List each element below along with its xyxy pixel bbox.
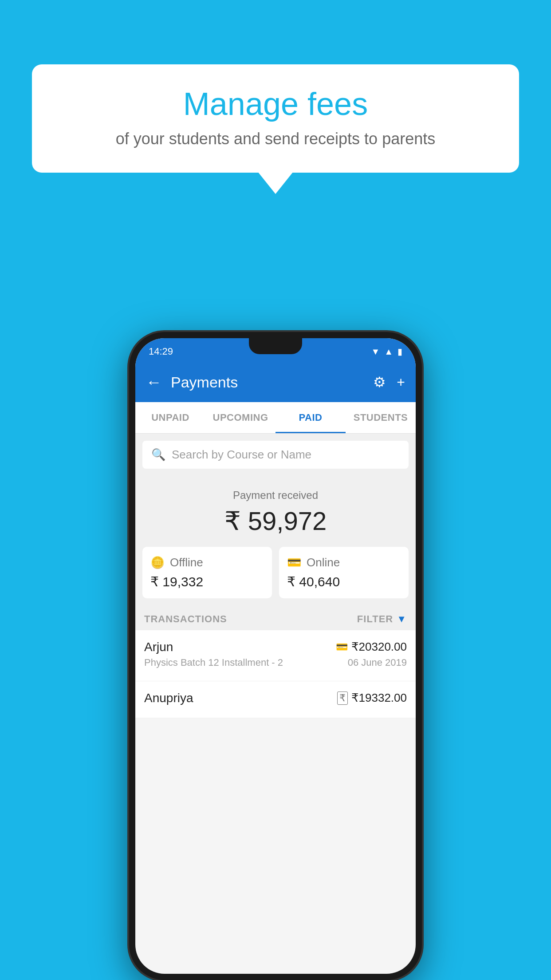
offline-amount: ₹ 19,332 [150, 574, 264, 589]
search-placeholder: Search by Course or Name [172, 448, 311, 462]
app-bar: ← Payments ⚙ + [135, 362, 416, 402]
signal-icon: ▲ [384, 347, 393, 357]
transaction-item[interactable]: Anupriya ₹ ₹19332.00 [135, 681, 416, 718]
transaction-amount: 💳 ₹20320.00 [336, 640, 407, 654]
filter-text: FILTER [357, 613, 393, 625]
bubble-title: Manage fees [59, 87, 492, 122]
tab-upcoming[interactable]: UPCOMING [205, 402, 276, 433]
settings-icon[interactable]: ⚙ [373, 374, 386, 391]
payment-total-amount: ₹ 59,972 [135, 506, 416, 536]
tab-students[interactable]: STUDENTS [346, 402, 416, 433]
filter-button[interactable]: FILTER ▼ [357, 613, 407, 625]
transaction-name: Arjun [144, 640, 173, 654]
tab-paid[interactable]: PAID [276, 402, 346, 433]
filter-icon: ▼ [397, 613, 407, 625]
cash-icon: ₹ [337, 692, 348, 705]
phone-outer: 14:29 ▼ ▲ ▮ ← Payments ⚙ + UNPAID UPCO [129, 332, 422, 980]
speech-bubble-container: Manage fees of your students and send re… [32, 64, 519, 173]
transaction-detail: Physics Batch 12 Installment - 2 [144, 657, 283, 668]
online-card-header: 💳 Online [287, 556, 401, 569]
phone-screen: 14:29 ▼ ▲ ▮ ← Payments ⚙ + UNPAID UPCO [135, 338, 416, 974]
transaction-row: Arjun 💳 ₹20320.00 [144, 640, 407, 654]
online-amount: ₹ 40,640 [287, 574, 401, 589]
search-icon: 🔍 [151, 448, 165, 462]
transaction-list: Arjun 💳 ₹20320.00 Physics Batch 12 Insta… [135, 630, 416, 718]
transaction-item[interactable]: Arjun 💳 ₹20320.00 Physics Batch 12 Insta… [135, 630, 416, 681]
app-bar-title: Payments [171, 374, 364, 391]
content-area: 🔍 Search by Course or Name Payment recei… [135, 434, 416, 718]
phone-frame: 14:29 ▼ ▲ ▮ ← Payments ⚙ + UNPAID UPCO [129, 332, 422, 980]
app-bar-actions: ⚙ + [373, 374, 405, 391]
offline-label: Offline [170, 556, 203, 569]
back-button[interactable]: ← [146, 373, 162, 391]
speech-bubble: Manage fees of your students and send re… [32, 64, 519, 173]
transaction-name: Anupriya [144, 691, 193, 705]
payment-cards: 🪙 Offline ₹ 19,332 💳 Online ₹ 40,640 [142, 547, 409, 598]
status-time: 14:29 [149, 346, 173, 357]
transaction-detail-row: Physics Batch 12 Installment - 2 06 June… [144, 657, 407, 668]
offline-icon: 🪙 [150, 556, 165, 569]
transactions-label: TRANSACTIONS [144, 613, 227, 625]
transaction-date: 06 June 2019 [348, 657, 407, 668]
status-icons: ▼ ▲ ▮ [371, 346, 402, 357]
offline-card: 🪙 Offline ₹ 19,332 [142, 547, 272, 598]
phone-notch [249, 338, 302, 354]
add-icon[interactable]: + [397, 374, 405, 391]
card-icon: 💳 [336, 641, 348, 653]
online-icon: 💳 [287, 556, 301, 569]
search-bar[interactable]: 🔍 Search by Course or Name [142, 441, 409, 469]
tabs-bar: UNPAID UPCOMING PAID STUDENTS [135, 402, 416, 434]
online-label: Online [307, 556, 340, 569]
bubble-subtitle: of your students and send receipts to pa… [59, 130, 492, 148]
battery-icon: ▮ [398, 346, 402, 357]
offline-card-header: 🪙 Offline [150, 556, 264, 569]
transactions-header: TRANSACTIONS FILTER ▼ [135, 605, 416, 630]
wifi-icon: ▼ [371, 347, 380, 357]
transaction-row: Anupriya ₹ ₹19332.00 [144, 691, 407, 705]
transaction-amount: ₹ ₹19332.00 [337, 691, 407, 705]
payment-received-label: Payment received [135, 489, 416, 502]
payment-summary: Payment received ₹ 59,972 [135, 476, 416, 547]
online-card: 💳 Online ₹ 40,640 [279, 547, 409, 598]
tab-unpaid[interactable]: UNPAID [135, 402, 205, 433]
